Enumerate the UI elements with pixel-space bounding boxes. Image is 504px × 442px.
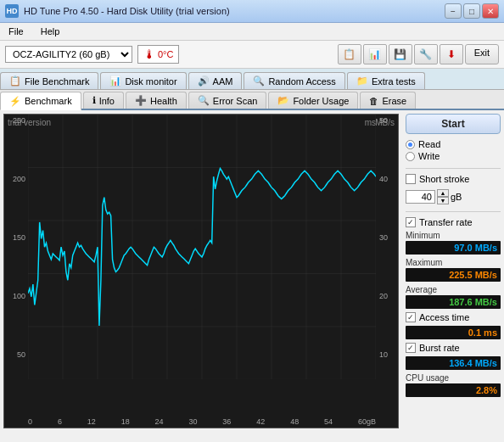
maximum-value: 225.5 MB/s xyxy=(406,268,501,282)
burst-rate-label: Burst rate xyxy=(419,343,460,353)
transfer-rate-label: Transfer rate xyxy=(419,217,473,227)
read-write-group: Read Write xyxy=(406,137,501,163)
transfer-rate-check[interactable]: ✓ xyxy=(406,217,416,227)
minimize-button[interactable]: − xyxy=(445,3,462,19)
extra-tests-icon: 📁 xyxy=(356,76,368,87)
y-axis-left: 250 200 150 100 50 xyxy=(6,115,27,411)
tab-extra-tests[interactable]: 📁 Extra tests xyxy=(347,72,425,89)
access-time-checkbox[interactable]: ✓ Access time xyxy=(406,312,501,322)
thermometer-icon: 🌡 xyxy=(143,48,155,61)
close-button[interactable]: ✕ xyxy=(482,3,499,19)
tab-info[interactable]: ℹ Info xyxy=(83,92,124,109)
tab-benchmark[interactable]: ⚡ Benchmark xyxy=(0,92,81,110)
average-label: Average xyxy=(406,285,501,294)
tab-folder-usage[interactable]: 📂 Folder Usage xyxy=(268,92,358,109)
cpu-usage-label: CPU usage xyxy=(406,373,501,383)
chart-area: trial version MB/s 250 200 150 100 50 50… xyxy=(3,114,399,428)
menu-help[interactable]: Help xyxy=(37,25,64,38)
write-radio[interactable]: Write xyxy=(406,151,501,161)
average-value: 187.6 MB/s xyxy=(406,295,501,309)
divider-2 xyxy=(406,211,501,212)
toolbar-btn-5[interactable]: ⬇ xyxy=(440,44,463,64)
erase-icon: 🗑 xyxy=(369,96,378,106)
toolbar-btn-4[interactable]: 🔧 xyxy=(414,44,438,64)
cpu-usage-value: 2.8% xyxy=(406,383,501,397)
file-benchmark-label: File Benchmark xyxy=(25,76,89,87)
right-panel: Start Read Write Short stroke ▲ ▼ xyxy=(402,110,504,432)
access-time-block: 0.1 ms xyxy=(406,326,501,339)
read-radio-btn[interactable] xyxy=(406,140,415,149)
temperature-display: 🌡 0°C xyxy=(137,45,179,64)
transfer-rate-checkbox[interactable]: ✓ Transfer rate xyxy=(406,217,501,227)
aam-label: AAM xyxy=(213,76,233,87)
tab-aam[interactable]: 🔊 AAM xyxy=(188,72,243,89)
info-icon: ℹ xyxy=(92,95,96,106)
toolbar-btn-3[interactable]: 💾 xyxy=(389,44,412,64)
toolbar-btn-2[interactable]: 📊 xyxy=(363,44,387,64)
aam-icon: 🔊 xyxy=(198,76,210,87)
tabs-row-1: 📋 File Benchmark 📊 Disk monitor 🔊 AAM 🔍 … xyxy=(0,69,504,90)
maximize-button[interactable]: □ xyxy=(463,3,480,19)
random-access-label: Random Access xyxy=(268,76,335,87)
minimum-block: Minimum 97.0 MB/s xyxy=(406,231,501,255)
random-access-icon: 🔍 xyxy=(253,76,265,87)
read-radio[interactable]: Read xyxy=(406,139,501,149)
error-scan-label: Error Scan xyxy=(213,96,258,106)
info-label: Info xyxy=(99,96,115,106)
menu-bar: File Help xyxy=(0,23,504,41)
spin-unit: gB xyxy=(451,192,462,202)
tab-disk-monitor[interactable]: 📊 Disk monitor xyxy=(100,72,186,89)
y-axis-right: 50 40 30 20 10 xyxy=(378,115,396,411)
extra-tests-label: Extra tests xyxy=(372,76,416,87)
spin-down[interactable]: ▼ xyxy=(437,197,449,204)
access-time-label: Access time xyxy=(419,312,469,322)
read-label: Read xyxy=(418,139,440,149)
short-stroke-check[interactable] xyxy=(406,174,416,184)
error-scan-icon: 🔍 xyxy=(198,95,210,106)
maximum-block: Maximum 225.5 MB/s xyxy=(406,258,501,282)
spin-buttons: ▲ ▼ xyxy=(437,189,449,204)
erase-label: Erase xyxy=(382,96,406,106)
title-text: HD Tune Pro 4.50 - Hard Disk Utility (tr… xyxy=(24,6,230,16)
tab-erase[interactable]: 🗑 Erase xyxy=(360,92,416,109)
disk-monitor-icon: 📊 xyxy=(109,76,121,87)
toolbar: OCZ-AGILITY2 (60 gB) 🌡 0°C 📋 📊 💾 🔧 ⬇ Exi… xyxy=(0,41,504,69)
start-button[interactable]: Start xyxy=(406,114,501,134)
access-time-check[interactable]: ✓ xyxy=(406,312,416,322)
window-controls: − □ ✕ xyxy=(445,3,499,19)
file-benchmark-icon: 📋 xyxy=(9,76,21,87)
exit-button[interactable]: Exit xyxy=(465,44,499,64)
burst-rate-block: 136.4 MB/s xyxy=(406,356,501,370)
short-stroke-label: Short stroke xyxy=(419,174,469,184)
tab-random-access[interactable]: 🔍 Random Access xyxy=(244,72,344,89)
benchmark-chart xyxy=(28,115,376,379)
short-stroke-checkbox[interactable]: Short stroke xyxy=(406,174,501,184)
spin-up[interactable]: ▲ xyxy=(437,189,449,197)
cpu-usage-block: CPU usage 2.8% xyxy=(406,373,501,397)
title-bar: HD HD Tune Pro 4.50 - Hard Disk Utility … xyxy=(0,0,504,23)
burst-rate-check[interactable]: ✓ xyxy=(406,343,416,353)
maximum-label: Maximum xyxy=(406,258,501,267)
menu-file[interactable]: File xyxy=(5,25,27,38)
drive-select[interactable]: OCZ-AGILITY2 (60 gB) xyxy=(5,46,132,63)
disk-monitor-label: Disk monitor xyxy=(125,76,176,87)
tab-health[interactable]: ➕ Health xyxy=(126,92,187,109)
write-radio-btn[interactable] xyxy=(406,152,415,161)
write-label: Write xyxy=(418,151,440,161)
access-time-value: 0.1 ms xyxy=(406,326,501,339)
minimum-label: Minimum xyxy=(406,231,501,240)
x-axis: 0 6 12 18 24 30 36 42 48 54 60gB xyxy=(28,417,376,426)
tab-error-scan[interactable]: 🔍 Error Scan xyxy=(188,92,267,109)
toolbar-btn-1[interactable]: 📋 xyxy=(338,44,361,64)
toolbar-icons: 📋 📊 💾 🔧 ⬇ Exit xyxy=(338,44,499,64)
spin-control: ▲ ▼ gB xyxy=(406,187,501,206)
tabs-row-2: ⚡ Benchmark ℹ Info ➕ Health 🔍 Error Scan… xyxy=(0,90,504,110)
app-icon: HD xyxy=(5,4,19,18)
folder-usage-icon: 📂 xyxy=(277,95,289,106)
burst-rate-checkbox[interactable]: ✓ Burst rate xyxy=(406,343,501,353)
tab-file-benchmark[interactable]: 📋 File Benchmark xyxy=(0,72,98,89)
spin-input[interactable] xyxy=(406,190,435,204)
divider-1 xyxy=(406,168,501,169)
health-icon: ➕ xyxy=(135,95,147,106)
average-block: Average 187.6 MB/s xyxy=(406,285,501,309)
